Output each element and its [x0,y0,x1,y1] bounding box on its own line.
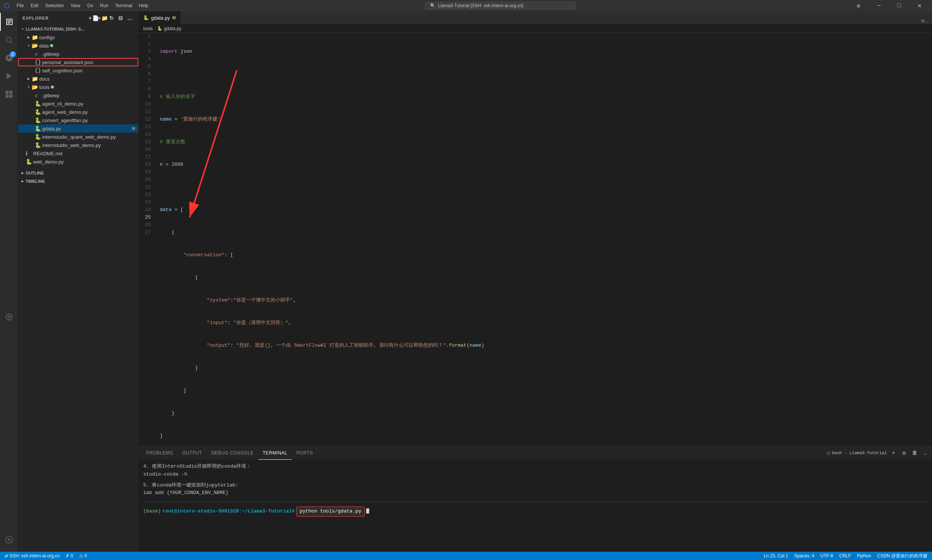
status-position[interactable]: Ln 25, Col 1 [763,552,790,560]
activity-run[interactable] [0,67,18,85]
close-button[interactable]: ✕ [911,0,928,11]
activity-bar: 2 [0,11,18,552]
menu-run[interactable]: Run [97,2,111,9]
menu-go[interactable]: Go [84,2,96,9]
new-file-button[interactable]: +📄 [90,14,98,22]
gdata-modified-badge: M [132,126,135,131]
editor-split-button[interactable]: ⊟ [921,18,924,24]
status-spaces[interactable]: Spaces: 4 [792,552,815,560]
refresh-button[interactable]: ↻ [108,14,116,22]
code-line-9: { [157,229,932,236]
tree-configs[interactable]: ▶ 📁 configs [18,33,138,42]
status-eol[interactable]: CRLF [838,552,852,560]
terminal-trash-button[interactable]: 🗑 [911,449,918,457]
line-num-12: 12 [139,116,154,123]
term-prompt-line: (base) root@intern-studio-5001328:~/Llam… [143,506,927,517]
timeline-arrow-icon: ▶ [20,178,26,184]
line-num-6: 6 [139,71,154,78]
menu-selection[interactable]: Selection [42,2,67,9]
line-num-11: 11 [139,108,154,116]
tree-tools[interactable]: ▾ 📂 tools [18,83,138,91]
tree-self-cognition[interactable]: {} self_cognition.json [18,66,138,75]
panel-tab-terminal[interactable]: TERMINAL [258,446,292,460]
json-icon2: {} [35,68,41,74]
status-warnings[interactable]: ⚠ 0 [78,552,89,560]
line-num-10: 10 [139,101,154,108]
timeline-section[interactable]: ▶ TIMELINE [18,177,138,185]
panel-tab-problems[interactable]: PROBLEMS [142,446,178,460]
tree-web-demo[interactable]: 🐍 web_demo.py [18,157,138,166]
settings-button[interactable]: ⚙ [850,0,867,11]
tree-docs[interactable]: ▶ 📁 docs [18,75,138,83]
menu-file[interactable]: File [14,2,27,9]
tools-label: tools [39,85,49,90]
status-error-count: 0 [71,553,73,558]
collapse-button[interactable]: ⊟ [117,14,125,22]
maximize-button[interactable]: □ [890,0,908,11]
line-num-5: 5 [139,63,154,71]
term-line-7 [143,503,927,506]
term-divider [143,502,927,502]
tree-agent-cli[interactable]: 🐍 agent_cli_demo.py [18,100,138,108]
tree-convert[interactable]: 🐍 convert_agentflan.py [18,116,138,125]
breadcrumb-tools[interactable]: tools [143,26,153,31]
title-search[interactable]: 🔍 Llama3-Tutorial [SSH: ssh.intern-ai.or… [425,2,576,9]
term-line-3 [143,478,927,482]
docs-folder-icon: 📁 [32,76,38,82]
terminal-content[interactable]: 4. 使用InternStudio开箱即用的conda环境： studio-co… [139,460,932,552]
new-folder-button[interactable]: +📁 [99,14,107,22]
status-encoding[interactable]: UTF-8 [819,552,835,560]
error-icon: ✗ [66,553,69,558]
menu-view[interactable]: View [68,2,83,9]
tree-personal-assistant[interactable]: {} personal_assistant.json [18,58,138,66]
tree-gitkeep-tools[interactable]: ◇ .gitkeep [18,91,138,100]
minimize-button[interactable]: ─ [870,0,887,11]
status-bar: ⇄ SSH: ssh.intern-ai.org.cn ✗ 0 ⚠ 0 Ln 2… [0,552,932,560]
more-actions-button[interactable]: … [126,14,134,22]
outline-section[interactable]: ▶ OUTLINE [18,169,138,177]
panel-tab-output[interactable]: OUTPUT [178,446,207,460]
terminal-split-button[interactable]: ⊟ [900,449,908,457]
personal-assistant-label: personal_assistant.json [42,60,94,65]
activity-source-control[interactable]: 2 [0,49,18,67]
menu-terminal[interactable]: Terminal [112,2,135,9]
code-line-2 [157,71,932,78]
panel-tab-ports[interactable]: PORTS [292,446,317,460]
panel-tab-debug[interactable]: DEBUG CONSOLE [206,446,258,460]
svg-rect-4 [9,91,12,94]
activity-remote[interactable] [0,308,18,326]
tree-root[interactable]: ▾ LLAMA3-TUTORIAL [SSH: S... [18,25,138,33]
tree-readme[interactable]: ℹ README.md [18,149,138,157]
code-content[interactable]: import json # 输入你的名字 name = '爱旅行的程序媛' # … [157,33,932,446]
terminal-more-button[interactable]: … [921,449,929,457]
tab-gdata[interactable]: 🐍 gdata.py M [139,11,180,24]
line-num-25: 25 [139,214,154,221]
svg-line-1 [11,42,12,43]
term-text-1: 4. 使用InternStudio开箱即用的conda环境： [143,463,251,471]
code-editor[interactable]: 1 2 3 4 5 6 7 8 9 10 11 12 13 14 15 16 1 [139,33,932,446]
status-spaces-text: Spaces: 4 [794,553,814,558]
editor-more-button[interactable]: … [926,18,929,24]
term-command-highlight: python tools/gdata.py [296,506,365,517]
tree-data[interactable]: ▾ 📂 data [18,42,138,50]
activity-settings[interactable] [0,531,18,549]
tree-internstudio-web[interactable]: 🐍 internstudio_web_demo.py [18,141,138,149]
tree-gitkeep-data[interactable]: ◇ .gitkeep [18,50,138,58]
configs-label: configs [39,35,55,40]
line-num-8: 8 [139,86,154,93]
menu-help[interactable]: Help [136,2,152,9]
py-icon6: 🐍 [35,142,41,148]
status-errors[interactable]: ✗ 0 [64,552,75,560]
activity-search[interactable] [0,31,18,49]
tree-internstudio-quant[interactable]: 🐍 internstudio_quant_web_demo.py [18,133,138,141]
menu-edit[interactable]: Edit [28,2,42,9]
status-language[interactable]: Python [855,552,872,560]
title-center: 🔍 Llama3-Tutorial [SSH: ssh.intern-ai.or… [154,2,847,9]
breadcrumb-gdata[interactable]: gdata.py [164,26,181,31]
status-ssh[interactable]: ⇄ SSH: ssh.intern-ai.org.cn [3,552,61,560]
tree-gdata[interactable]: 🐍 gdata.py M [18,125,138,133]
activity-extensions[interactable] [0,85,18,103]
terminal-add-button[interactable]: + [890,449,897,457]
activity-explorer[interactable] [0,13,18,31]
tree-agent-web[interactable]: 🐍 agent_web_demo.py [18,108,138,116]
